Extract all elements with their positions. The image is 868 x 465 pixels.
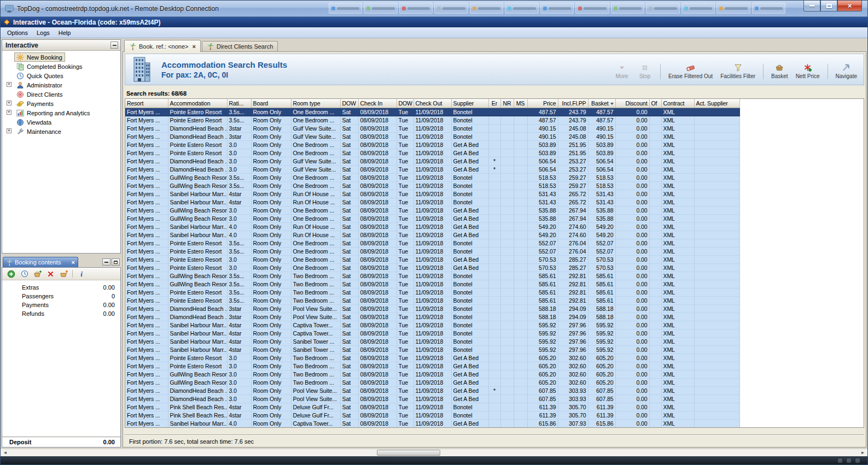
column-header-resort[interactable]: Resort xyxy=(125,99,168,108)
column-header-ms[interactable]: MS xyxy=(514,99,527,108)
result-row[interactable]: Fort Myers ...DiamondHead Beach ...3.0Ro… xyxy=(125,157,739,165)
panel-restore-button[interactable] xyxy=(112,258,120,266)
sidebar-item-administrator[interactable]: +Administrator xyxy=(2,80,120,90)
result-row[interactable]: Fort Myers ...GullWing Beach Resort3.5s.… xyxy=(125,272,739,280)
sidebar-item-payments[interactable]: +Payments xyxy=(2,99,120,108)
expand-icon[interactable]: + xyxy=(7,82,11,87)
menu-options[interactable]: Options xyxy=(3,28,32,37)
result-row[interactable]: Fort Myers ...DiamondHead Beach ...3.0Ro… xyxy=(125,395,739,403)
expand-icon[interactable]: + xyxy=(7,128,11,133)
column-header-act-supplier[interactable]: Act. Supplier xyxy=(694,99,739,108)
column-header-rating[interactable]: Rati... xyxy=(227,99,251,108)
column-header-price[interactable]: Price xyxy=(527,99,558,108)
horizontal-scrollbar[interactable]: ◄ ► xyxy=(1,449,867,456)
column-header-incl-fl-pp[interactable]: Incl.Fl.PP xyxy=(558,99,588,108)
sidebar-item-maintenance[interactable]: +Maintenance xyxy=(2,127,120,136)
tab-direct-clients-search[interactable]: Direct Clients Search xyxy=(202,41,278,51)
column-header-dow-out[interactable]: DOW xyxy=(397,99,413,108)
scroll-left-icon[interactable]: ◄ xyxy=(1,449,10,456)
maximize-button[interactable] xyxy=(820,1,837,11)
result-row[interactable]: Fort Myers ...Pointe Estero Resort3.0Roo… xyxy=(125,149,739,157)
booking-contents-row-passengers[interactable]: Passengers0 xyxy=(2,292,120,301)
booking-contents-tab[interactable]: Booking contents × xyxy=(3,257,78,267)
delete-button[interactable] xyxy=(46,270,55,278)
panel-minimize-button[interactable] xyxy=(102,258,110,266)
sidebar-item-reporting-and-analytics[interactable]: +Reporting and Analytics xyxy=(2,108,120,117)
result-row[interactable]: Fort Myers ...DiamondHead Beach ...3star… xyxy=(125,304,739,313)
booking-contents-row-refunds[interactable]: Refunds0.00 xyxy=(2,309,120,318)
result-row[interactable]: Fort Myers ...Pointe Estero Resort3.5s..… xyxy=(125,108,739,116)
panel-close-icon[interactable]: × xyxy=(72,260,75,266)
column-header-er[interactable]: Er xyxy=(488,99,500,108)
close-button[interactable]: × xyxy=(837,1,862,11)
info-button[interactable]: i xyxy=(77,270,86,278)
sidebar-item-completed-bookings[interactable]: Completed Bookings xyxy=(2,62,120,71)
result-row[interactable]: Fort Myers ...Sanibel Harbour Marr...4st… xyxy=(125,321,739,329)
result-row[interactable]: Fort Myers ...DiamondHead Beach ...3star… xyxy=(125,124,739,132)
result-row[interactable]: Fort Myers ...Pointe Estero Resort3.0Roo… xyxy=(125,362,739,370)
result-row[interactable]: Fort Myers ...Pink Shell Beach Res...4st… xyxy=(125,411,739,419)
cart-add-button[interactable] xyxy=(33,270,42,278)
result-row[interactable]: Fort Myers ...DiamondHead Beach ...3star… xyxy=(125,313,739,321)
booking-contents-row-extras[interactable]: Extras0.00 xyxy=(2,283,120,292)
result-row[interactable]: Fort Myers ...GullWing Beach Resort3.0Ro… xyxy=(125,378,739,386)
panel-collapse-button[interactable] xyxy=(110,42,118,49)
result-row[interactable]: Fort Myers ...GullWing Beach Resort3.0Ro… xyxy=(125,206,739,214)
column-header-check-out[interactable]: Check Out xyxy=(413,99,451,108)
facilities-filter-button[interactable]: Facilities Filter xyxy=(720,63,755,79)
result-row[interactable]: Fort Myers ...Pointe Estero Resort3.0Roo… xyxy=(125,140,739,149)
result-row[interactable]: Fort Myers ...GullWing Beach Resort3.5s.… xyxy=(125,280,739,288)
tab-close-icon[interactable]: × xyxy=(193,43,196,50)
result-row[interactable]: Fort Myers ...GullWing Beach Resort3.0Ro… xyxy=(125,214,739,222)
result-row[interactable]: Fort Myers ...Pink Shell Beach Res...4st… xyxy=(125,403,739,411)
result-row[interactable]: Fort Myers ...Sanibel Harbour Marr...4st… xyxy=(125,198,739,206)
column-header-board[interactable]: Board xyxy=(251,99,291,108)
column-header-dow-in[interactable]: DOW xyxy=(340,99,358,108)
result-row[interactable]: Fort Myers ...DiamondHead Beach ...3star… xyxy=(125,132,739,140)
basket-button[interactable]: Basket xyxy=(771,63,788,79)
column-header-accommodation[interactable]: Accommodation xyxy=(168,99,227,108)
tab-book-ref-none[interactable]: Book. ref.: <none>× xyxy=(124,40,201,52)
result-row[interactable]: Fort Myers ...GullWing Beach Resort3.5s.… xyxy=(125,173,739,181)
navigate-button[interactable]: Navigate xyxy=(836,63,857,79)
result-row[interactable]: Fort Myers ...GullWing Beach Resort3.0Ro… xyxy=(125,370,739,378)
column-header-contract[interactable]: Contract xyxy=(661,99,694,108)
result-row[interactable]: Fort Myers ...Sanibel Harbour Marr...4.0… xyxy=(125,222,739,231)
result-row[interactable]: Fort Myers ...Pointe Estero Resort3.5s..… xyxy=(125,116,739,124)
column-header-room-type[interactable]: Room type xyxy=(291,99,340,108)
menu-help[interactable]: Help xyxy=(54,28,75,37)
result-row[interactable]: Fort Myers ...Pointe Estero Resort3.0Roo… xyxy=(125,255,739,263)
column-header-of[interactable]: Of xyxy=(649,99,661,108)
expand-icon[interactable]: + xyxy=(7,110,11,115)
minimize-button[interactable] xyxy=(803,1,820,11)
result-row[interactable]: Fort Myers ...Pointe Estero Resort3.5s..… xyxy=(125,296,739,304)
result-row[interactable]: Fort Myers ...Sanibel Harbour Marr...4st… xyxy=(125,190,739,198)
scrollbar-thumb[interactable] xyxy=(377,450,440,456)
scroll-right-icon[interactable]: ► xyxy=(858,449,867,456)
sidebar-item-quick-quotes[interactable]: Quick Quotes xyxy=(2,71,120,80)
nett-price-button[interactable]: Nett Price xyxy=(796,63,820,79)
column-header-nr[interactable]: NR xyxy=(500,99,514,108)
column-header-basket[interactable]: Basket xyxy=(588,99,615,108)
expand-icon[interactable]: + xyxy=(7,101,11,105)
result-row[interactable]: Fort Myers ...Pointe Estero Resort3.5s..… xyxy=(125,247,739,255)
cart-up-button[interactable] xyxy=(59,270,68,278)
add-button[interactable] xyxy=(7,270,16,278)
sidebar-item-direct-clients[interactable]: Direct Clients xyxy=(2,90,120,99)
clock-button[interactable] xyxy=(20,270,29,278)
result-row[interactable]: Fort Myers ...DiamondHead Beach ...3.0Ro… xyxy=(125,165,739,173)
column-header-check-in[interactable]: Check In xyxy=(358,99,397,108)
result-row[interactable]: Fort Myers ...Sanibel Harbour Marr...4st… xyxy=(125,337,739,345)
result-row[interactable]: Fort Myers ...DiamondHead Beach ...3.0Ro… xyxy=(125,386,739,395)
result-row[interactable]: Fort Myers ...Pointe Estero Resort3.0Roo… xyxy=(125,263,739,272)
result-row[interactable]: Fort Myers ...Sanibel Harbour Marr...4.0… xyxy=(125,231,739,239)
result-row[interactable]: Fort Myers ...GullWing Beach Resort3.5s.… xyxy=(125,181,739,190)
result-row[interactable]: Fort Myers ...Pointe Estero Resort3.5s..… xyxy=(125,239,739,247)
menu-logs[interactable]: Logs xyxy=(32,28,54,37)
rdp-titlebar[interactable]: TopDog - comostreetrdp.topdog.uk.net - R… xyxy=(1,1,867,17)
sidebar-item-viewdata[interactable]: Viewdata xyxy=(2,117,120,127)
sidebar-item-new-booking[interactable]: New Booking xyxy=(2,52,120,62)
booking-contents-row-payments[interactable]: Payments0.00 xyxy=(2,301,120,309)
result-row[interactable]: Fort Myers ...Sanibel Harbour Marr...4.0… xyxy=(125,419,739,427)
result-row[interactable]: Fort Myers ...Sanibel Harbour Marr...4st… xyxy=(125,329,739,337)
